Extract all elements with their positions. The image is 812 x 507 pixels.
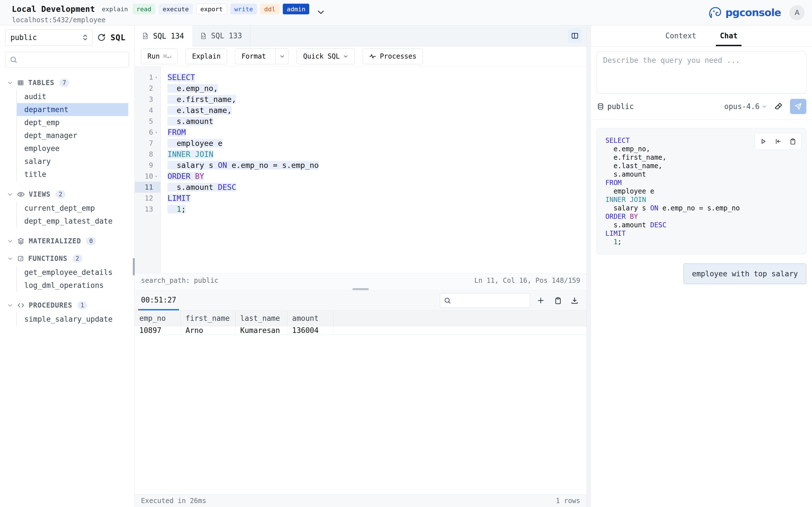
assistant-tab-chat[interactable]: Chat [718, 25, 739, 46]
fold-marker-icon[interactable]: ▾ [153, 174, 159, 179]
tree-section-tables[interactable]: TABLES7 [0, 76, 135, 89]
code-line-9[interactable]: salary s ON e.emp_no = s.emp_no [167, 160, 587, 171]
schema-select[interactable]: public [5, 29, 93, 46]
code-line-6[interactable]: FROM [167, 127, 587, 138]
search-path-status: search_path: public [141, 277, 218, 284]
avatar[interactable]: A [790, 5, 805, 20]
results-search-input[interactable] [454, 297, 543, 305]
sql-editor[interactable]: 1▾23456▾78910▾111213 SELECT e.emp_no, e.… [135, 66, 587, 273]
gutter-line-2[interactable]: 2 [135, 83, 160, 94]
assistant-tab-context[interactable]: Context [664, 25, 698, 46]
code-line-10[interactable]: ORDER BY [167, 171, 587, 182]
sidebar-search-input[interactable] [20, 55, 124, 64]
code-line-7[interactable]: employee e [167, 138, 587, 149]
tree-item-current_dept_emp[interactable]: current_dept_emp [17, 202, 128, 215]
tree-item-dept_emp_latest_date[interactable]: dept_emp_latest_date [17, 215, 128, 228]
clear-chat-button[interactable] [774, 102, 783, 111]
tree-item-salary[interactable]: salary [17, 155, 128, 168]
gutter-line-8[interactable]: 8 [135, 149, 160, 160]
editor-tab-sql-134[interactable]: SQL 134 [135, 25, 193, 47]
sql-mode-label[interactable]: SQL [110, 33, 126, 42]
gutter-line-3[interactable]: 3 [135, 94, 160, 105]
column-header-emp_no[interactable]: emp_no [135, 311, 181, 326]
copy-sql-button[interactable] [786, 135, 799, 147]
results-search[interactable] [440, 293, 530, 308]
run-generated-sql-button[interactable] [757, 135, 769, 147]
tree-item-dept_manager[interactable]: dept_manager [17, 129, 128, 142]
gutter-line-12[interactable]: 12 [135, 193, 160, 204]
gutter-line-1[interactable]: 1▾ [135, 72, 160, 83]
tree-section-items-views: current_dept_empdept_emp_latest_date [16, 202, 128, 228]
connection-menu-chevron-icon[interactable] [317, 8, 325, 16]
code-line-4[interactable]: e.last_name, [167, 105, 587, 116]
editor-tab-label: SQL 134 [153, 32, 184, 40]
editor-code[interactable]: SELECT e.emp_no, e.first_name, e.last_na… [161, 66, 587, 273]
gutter-line-4[interactable]: 4 [135, 105, 160, 116]
results-divider [135, 288, 587, 291]
code-line-13[interactable]: 1; [167, 204, 587, 215]
chevron-down-icon[interactable] [7, 256, 13, 262]
tree-item-get_employee_details[interactable]: get_employee_details [17, 266, 128, 279]
chevron-down-icon[interactable] [7, 302, 13, 308]
tree-section-label: TABLES [28, 79, 54, 87]
chat-input[interactable] [597, 51, 806, 94]
tree-section-views[interactable]: VIEWS2 [0, 188, 135, 201]
tree-section-procedures[interactable]: PROCEDURES1 [0, 299, 135, 312]
fold-marker-icon[interactable]: ▾ [153, 130, 159, 135]
chevron-down-icon[interactable] [7, 80, 13, 86]
add-result-tab-button[interactable] [535, 294, 547, 307]
tree-section-functions[interactable]: fFUNCTIONS2 [0, 252, 135, 265]
code-line-8[interactable]: INNER JOIN [167, 149, 587, 160]
fold-marker-icon[interactable]: ▾ [153, 75, 159, 80]
results-header-row: emp_nofirst_namelast_nameamount [135, 311, 587, 326]
gutter-line-6[interactable]: 6▾ [135, 127, 160, 138]
code-line-11[interactable]: s.amount DESC [167, 182, 587, 193]
code-line-3[interactable]: e.first_name, [167, 94, 587, 105]
user-message: employee with top salary [683, 263, 806, 284]
split-view-button[interactable] [568, 29, 582, 43]
download-results-button[interactable] [568, 294, 581, 307]
gutter-line-11[interactable]: 11 [135, 182, 160, 193]
tree-section-materialized[interactable]: MATERIALIZED0 [0, 235, 135, 247]
copy-results-button[interactable] [552, 294, 564, 307]
editor-tab-sql-133[interactable]: SQL 133 [193, 25, 251, 46]
quick-sql-button[interactable]: Quick SQL [297, 48, 355, 64]
tree-item-log_dml_operations[interactable]: log_dml_operations [17, 279, 128, 292]
code-line-5[interactable]: s.amount [167, 116, 587, 127]
tree-item-dept_emp[interactable]: dept_emp [17, 116, 128, 129]
column-header-first_name[interactable]: first_name [181, 311, 236, 326]
panel-divider[interactable] [587, 25, 591, 507]
explain-button[interactable]: Explain [186, 48, 227, 64]
tree-item-employee[interactable]: employee [17, 142, 128, 155]
code-line-12[interactable]: LIMIT [167, 193, 587, 204]
tree-item-audit[interactable]: audit [17, 90, 128, 103]
refresh-schema-button[interactable] [97, 33, 106, 42]
code-line-1[interactable]: SELECT [167, 72, 587, 83]
code-line-2[interactable]: e.emp_no, [167, 83, 587, 94]
tree-item-department[interactable]: department [17, 103, 128, 116]
table-row[interactable]: 10897ArnoKumaresan136004 [135, 326, 587, 335]
results-footer: Executed in 26ms 1 rows [135, 494, 587, 507]
result-timer-tab[interactable]: 00:51:27 [138, 291, 179, 311]
gutter-line-10[interactable]: 10▾ [135, 171, 160, 182]
model-select[interactable]: opus-4.6 [724, 102, 767, 111]
tree-item-simple_salary_update[interactable]: simple_salary_update [17, 313, 128, 326]
sidebar-resize-handle[interactable] [133, 258, 135, 276]
run-button[interactable]: Run ⌘↵ [141, 48, 177, 64]
column-header-amount[interactable]: amount [288, 311, 334, 326]
chevron-down-icon[interactable] [7, 238, 13, 244]
tree-item-title[interactable]: title [17, 168, 128, 181]
chevron-down-icon[interactable] [7, 191, 13, 197]
gutter-line-7[interactable]: 7 [135, 138, 160, 149]
gutter-line-13[interactable]: 13 [135, 204, 160, 215]
processes-button[interactable]: Processes [363, 48, 423, 64]
format-button[interactable]: Format [235, 48, 289, 64]
insert-sql-button[interactable] [772, 135, 784, 147]
sidebar-search[interactable] [5, 52, 129, 68]
column-header-last_name[interactable]: last_name [236, 311, 288, 326]
format-dropdown-chevron-icon[interactable] [275, 49, 289, 64]
gutter-line-9[interactable]: 9 [135, 160, 160, 171]
send-button[interactable] [790, 99, 806, 114]
results-resize-handle[interactable] [352, 288, 369, 290]
gutter-line-5[interactable]: 5 [135, 116, 160, 127]
